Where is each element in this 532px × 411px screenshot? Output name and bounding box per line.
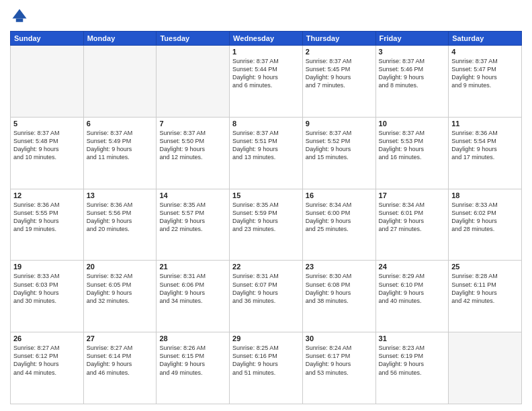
calendar-cell: 26Sunrise: 8:27 AM Sunset: 6:12 PM Dayli…	[11, 332, 84, 404]
weekday-header: Thursday	[302, 32, 375, 46]
calendar-cell: 4Sunrise: 8:37 AM Sunset: 5:47 PM Daylig…	[449, 46, 522, 118]
day-number: 17	[379, 191, 446, 199]
calendar-cell: 19Sunrise: 8:33 AM Sunset: 6:03 PM Dayli…	[11, 261, 84, 332]
svg-rect-1	[16, 19, 24, 22]
weekday-header: Saturday	[449, 32, 522, 46]
calendar-cell: 8Sunrise: 8:37 AM Sunset: 5:51 PM Daylig…	[230, 117, 303, 189]
day-number: 5	[13, 120, 81, 128]
day-number: 28	[159, 334, 226, 342]
day-info: Sunrise: 8:33 AM Sunset: 6:03 PM Dayligh…	[13, 272, 81, 305]
day-number: 3	[379, 48, 446, 56]
day-info: Sunrise: 8:31 AM Sunset: 6:06 PM Dayligh…	[159, 272, 226, 305]
calendar-cell: 11Sunrise: 8:36 AM Sunset: 5:54 PM Dayli…	[449, 117, 522, 189]
day-info: Sunrise: 8:36 AM Sunset: 5:55 PM Dayligh…	[13, 201, 81, 234]
calendar-cell: 12Sunrise: 8:36 AM Sunset: 5:55 PM Dayli…	[11, 189, 84, 261]
day-info: Sunrise: 8:29 AM Sunset: 6:10 PM Dayligh…	[379, 272, 446, 305]
calendar-cell: 9Sunrise: 8:37 AM Sunset: 5:52 PM Daylig…	[302, 117, 375, 189]
calendar-cell: 22Sunrise: 8:31 AM Sunset: 6:07 PM Dayli…	[230, 261, 303, 332]
calendar-cell: 18Sunrise: 8:33 AM Sunset: 6:02 PM Dayli…	[449, 189, 522, 261]
day-info: Sunrise: 8:37 AM Sunset: 5:47 PM Dayligh…	[451, 57, 519, 90]
day-info: Sunrise: 8:37 AM Sunset: 5:50 PM Dayligh…	[159, 129, 226, 162]
day-info: Sunrise: 8:34 AM Sunset: 6:01 PM Dayligh…	[379, 201, 446, 234]
day-info: Sunrise: 8:33 AM Sunset: 6:02 PM Dayligh…	[451, 201, 519, 234]
day-info: Sunrise: 8:27 AM Sunset: 6:14 PM Dayligh…	[87, 344, 154, 377]
day-number: 26	[13, 334, 81, 342]
day-info: Sunrise: 8:24 AM Sunset: 6:17 PM Dayligh…	[306, 344, 373, 377]
calendar-cell: 7Sunrise: 8:37 AM Sunset: 5:50 PM Daylig…	[157, 117, 230, 189]
day-info: Sunrise: 8:36 AM Sunset: 5:54 PM Dayligh…	[451, 129, 519, 162]
day-number: 8	[232, 120, 300, 128]
day-number: 23	[306, 263, 373, 271]
day-info: Sunrise: 8:37 AM Sunset: 5:44 PM Dayligh…	[232, 57, 300, 90]
day-number: 12	[13, 191, 81, 199]
calendar-cell: 15Sunrise: 8:35 AM Sunset: 5:59 PM Dayli…	[230, 189, 303, 261]
day-number: 16	[306, 191, 373, 199]
calendar-cell: 2Sunrise: 8:37 AM Sunset: 5:45 PM Daylig…	[302, 46, 375, 118]
day-number: 4	[451, 48, 519, 56]
calendar-cell: 29Sunrise: 8:25 AM Sunset: 6:16 PM Dayli…	[230, 332, 303, 404]
weekday-header: Tuesday	[157, 32, 230, 46]
day-info: Sunrise: 8:37 AM Sunset: 5:48 PM Dayligh…	[13, 129, 81, 162]
day-number: 31	[379, 334, 446, 342]
calendar-cell: 20Sunrise: 8:32 AM Sunset: 6:05 PM Dayli…	[83, 261, 157, 332]
day-number: 10	[379, 120, 446, 128]
day-number: 11	[451, 120, 519, 128]
day-number: 20	[87, 263, 154, 271]
svg-marker-0	[13, 9, 27, 19]
weekday-header: Sunday	[11, 32, 84, 46]
day-info: Sunrise: 8:25 AM Sunset: 6:16 PM Dayligh…	[232, 344, 300, 377]
calendar-cell	[157, 46, 230, 118]
calendar-cell: 28Sunrise: 8:26 AM Sunset: 6:15 PM Dayli…	[157, 332, 230, 404]
day-info: Sunrise: 8:31 AM Sunset: 6:07 PM Dayligh…	[232, 272, 300, 305]
day-number: 27	[87, 334, 154, 342]
day-number: 30	[306, 334, 373, 342]
day-number: 25	[451, 263, 519, 271]
day-info: Sunrise: 8:23 AM Sunset: 6:19 PM Dayligh…	[379, 344, 446, 377]
calendar-cell: 16Sunrise: 8:34 AM Sunset: 6:00 PM Dayli…	[302, 189, 375, 261]
calendar-cell	[83, 46, 157, 118]
calendar-cell: 13Sunrise: 8:36 AM Sunset: 5:56 PM Dayli…	[83, 189, 157, 261]
calendar-cell: 3Sunrise: 8:37 AM Sunset: 5:46 PM Daylig…	[375, 46, 449, 118]
day-number: 29	[232, 334, 300, 342]
calendar-table: SundayMondayTuesdayWednesdayThursdayFrid…	[10, 31, 522, 404]
calendar-cell: 6Sunrise: 8:37 AM Sunset: 5:49 PM Daylig…	[83, 117, 157, 189]
calendar-week-row: 1Sunrise: 8:37 AM Sunset: 5:44 PM Daylig…	[11, 46, 522, 118]
day-info: Sunrise: 8:37 AM Sunset: 5:46 PM Dayligh…	[379, 57, 446, 90]
weekday-header: Wednesday	[230, 32, 303, 46]
calendar-cell: 5Sunrise: 8:37 AM Sunset: 5:48 PM Daylig…	[11, 117, 84, 189]
calendar-cell: 23Sunrise: 8:30 AM Sunset: 6:08 PM Dayli…	[302, 261, 375, 332]
calendar-week-row: 19Sunrise: 8:33 AM Sunset: 6:03 PM Dayli…	[11, 261, 522, 332]
day-number: 18	[451, 191, 519, 199]
calendar-cell	[11, 46, 84, 118]
day-number: 2	[306, 48, 373, 56]
day-info: Sunrise: 8:37 AM Sunset: 5:51 PM Dayligh…	[232, 129, 300, 162]
day-number: 14	[159, 191, 226, 199]
day-number: 22	[232, 263, 300, 271]
calendar-week-row: 5Sunrise: 8:37 AM Sunset: 5:48 PM Daylig…	[11, 117, 522, 189]
day-info: Sunrise: 8:26 AM Sunset: 6:15 PM Dayligh…	[159, 344, 226, 377]
calendar-cell: 30Sunrise: 8:24 AM Sunset: 6:17 PM Dayli…	[302, 332, 375, 404]
weekday-header: Friday	[375, 32, 449, 46]
logo-icon	[10, 7, 29, 26]
day-info: Sunrise: 8:30 AM Sunset: 6:08 PM Dayligh…	[306, 272, 373, 305]
calendar-cell: 1Sunrise: 8:37 AM Sunset: 5:44 PM Daylig…	[230, 46, 303, 118]
calendar-cell: 25Sunrise: 8:28 AM Sunset: 6:11 PM Dayli…	[449, 261, 522, 332]
day-number: 24	[379, 263, 446, 271]
day-number: 1	[232, 48, 300, 56]
day-number: 13	[87, 191, 154, 199]
day-number: 7	[159, 120, 226, 128]
day-info: Sunrise: 8:34 AM Sunset: 6:00 PM Dayligh…	[306, 201, 373, 234]
calendar-cell: 24Sunrise: 8:29 AM Sunset: 6:10 PM Dayli…	[375, 261, 449, 332]
day-info: Sunrise: 8:28 AM Sunset: 6:11 PM Dayligh…	[451, 272, 519, 305]
calendar-week-row: 12Sunrise: 8:36 AM Sunset: 5:55 PM Dayli…	[11, 189, 522, 261]
day-info: Sunrise: 8:27 AM Sunset: 6:12 PM Dayligh…	[13, 344, 81, 377]
day-info: Sunrise: 8:36 AM Sunset: 5:56 PM Dayligh…	[87, 201, 154, 234]
page: SundayMondayTuesdayWednesdayThursdayFrid…	[0, 0, 532, 411]
day-number: 15	[232, 191, 300, 199]
day-info: Sunrise: 8:37 AM Sunset: 5:52 PM Dayligh…	[306, 129, 373, 162]
day-number: 9	[306, 120, 373, 128]
day-info: Sunrise: 8:35 AM Sunset: 5:59 PM Dayligh…	[232, 201, 300, 234]
calendar-week-row: 26Sunrise: 8:27 AM Sunset: 6:12 PM Dayli…	[11, 332, 522, 404]
weekday-header: Monday	[83, 32, 157, 46]
calendar-cell	[449, 332, 522, 404]
